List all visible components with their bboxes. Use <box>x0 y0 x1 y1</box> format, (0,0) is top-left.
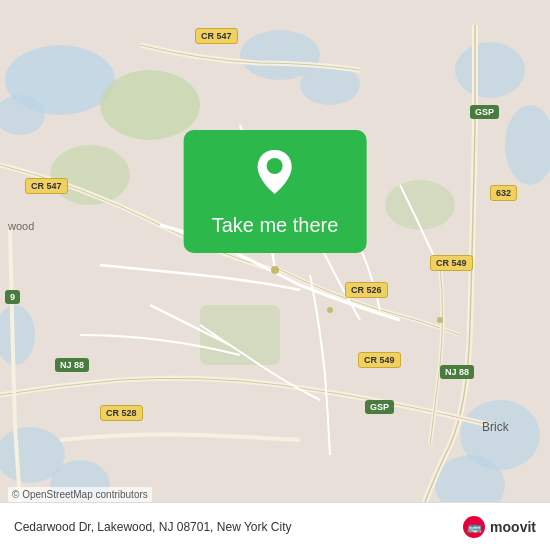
road-badge-nj88_left: NJ 88 <box>55 358 89 372</box>
location-pin-icon <box>255 148 295 200</box>
road-badge-nj88_right: NJ 88 <box>440 365 474 379</box>
wood-label: wood <box>8 220 34 232</box>
road-badge-cr549_right: CR 549 <box>430 255 473 271</box>
moovit-bus-icon: 🚌 <box>463 516 485 538</box>
moovit-logo: 🚌 moovit <box>463 516 536 538</box>
road-badge-gsp_top: GSP <box>470 105 499 119</box>
road-badge-cr528: CR 528 <box>100 405 143 421</box>
road-badge-cr547_top: CR 547 <box>195 28 238 44</box>
bottom-bar: Cedarwood Dr, Lakewood, NJ 08701, New Yo… <box>0 502 550 550</box>
moovit-wordmark: moovit <box>490 519 536 535</box>
road-badge-cr526: CR 526 <box>345 282 388 298</box>
location-text: Cedarwood Dr, Lakewood, NJ 08701, New Yo… <box>14 520 463 534</box>
road-badge-r9: 9 <box>5 290 20 304</box>
brick-label: Brick <box>482 420 509 434</box>
take-me-there-button[interactable]: Take me there <box>184 130 367 253</box>
road-badge-gsp_bottom: GSP <box>365 400 394 414</box>
map-container: CR 547CR 547NJ 88CR 526CR 549CR 549CR 52… <box>0 0 550 550</box>
road-badge-r632: 632 <box>490 185 517 201</box>
road-badge-cr547_left: CR 547 <box>25 178 68 194</box>
copyright-text: © OpenStreetMap contributors <box>8 487 152 502</box>
road-badge-cr549_bottom: CR 549 <box>358 352 401 368</box>
take-me-there-label: Take me there <box>212 214 339 237</box>
svg-point-19 <box>267 158 283 174</box>
